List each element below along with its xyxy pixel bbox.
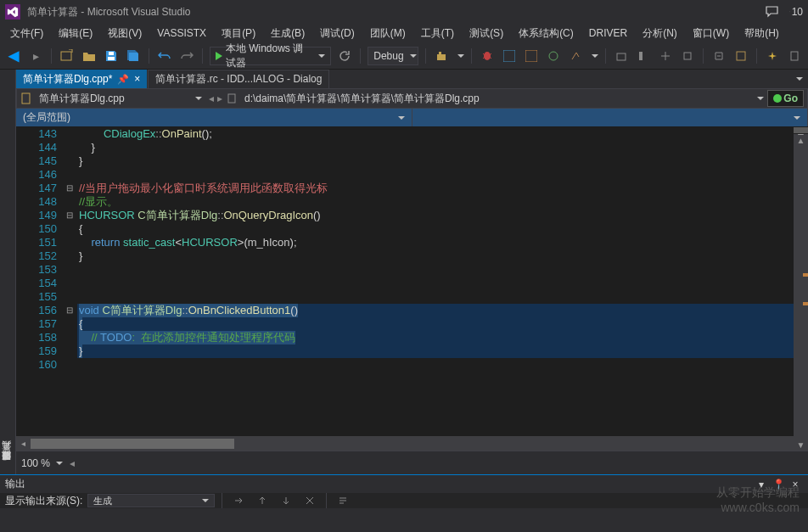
horizontal-scrollbar[interactable]: ◂ ▸	[16, 436, 808, 451]
svg-rect-11	[684, 53, 691, 59]
output-source-select[interactable]: 生成	[87, 494, 215, 507]
menu-test[interactable]: 测试(S)	[463, 25, 510, 42]
tb-icon-11[interactable]	[710, 47, 727, 65]
tb-icon-5[interactable]	[545, 47, 562, 65]
output-pin-icon[interactable]: 📍	[771, 477, 786, 492]
redo-button[interactable]	[178, 47, 195, 65]
nav-doc-icon	[226, 92, 238, 104]
tb-icon-12[interactable]	[732, 47, 749, 65]
output-clear-icon[interactable]	[300, 491, 319, 510]
svg-rect-13	[791, 52, 798, 60]
menu-arch[interactable]: 体系结构(C)	[512, 25, 581, 42]
config-select[interactable]: Debug	[368, 47, 418, 65]
go-circle-icon	[773, 94, 782, 103]
output-prev-icon[interactable]	[253, 491, 272, 510]
document-tab-strip: 简单计算器Dlg.cpp* 📌 × 简单计算器.rc - IDD...IALOG…	[16, 70, 808, 88]
output-close-icon[interactable]: ×	[788, 477, 803, 492]
menu-debug[interactable]: 调试(D)	[313, 25, 362, 42]
go-button[interactable]: Go	[767, 90, 804, 107]
output-next-icon[interactable]	[277, 491, 295, 510]
hscroll-left-icon[interactable]: ◂	[70, 457, 75, 469]
tb-icon-9[interactable]	[657, 47, 674, 65]
menu-window[interactable]: 窗口(W)	[686, 25, 736, 42]
nav-path[interactable]: d:\daima\简单计算器\简单计算器\简单计算器Dlg.cpp	[241, 92, 751, 106]
save-button[interactable]	[103, 47, 120, 65]
svg-rect-1	[108, 57, 115, 60]
scroll-up-icon[interactable]: ▲	[794, 134, 808, 146]
fold-gutter[interactable]: ⊟⊟⊟	[62, 127, 77, 436]
scope-select-left[interactable]: (全局范围)	[16, 109, 412, 126]
zoom-select[interactable]: 100 %	[21, 457, 63, 469]
menu-build[interactable]: 生成(B)	[264, 25, 311, 42]
save-all-button[interactable]	[125, 47, 142, 65]
menu-view[interactable]: 视图(V)	[101, 25, 149, 42]
menu-edit[interactable]: 编辑(E)	[52, 25, 99, 42]
tb-sparkle-icon[interactable]	[764, 47, 781, 65]
close-tab-icon[interactable]: ×	[134, 73, 140, 85]
svg-rect-7	[525, 50, 537, 62]
output-wrap-icon[interactable]	[334, 491, 352, 510]
svg-rect-0	[61, 52, 71, 60]
menu-driver[interactable]: DRIVER	[582, 25, 634, 41]
tb-icon-6[interactable]	[567, 47, 584, 65]
menu-help[interactable]: 帮助(H)	[738, 25, 786, 42]
split-handle-icon[interactable]: ─	[794, 127, 808, 134]
start-debug-button[interactable]: 本地 Windows 调试器	[210, 47, 332, 65]
menu-analyze[interactable]: 分析(N)	[636, 25, 684, 42]
tb-bug-icon[interactable]	[479, 47, 496, 65]
window-title: 简单计算器 - Microsoft Visual Studio	[27, 5, 766, 20]
toolbar: ◀ ▸ 本地 Windows 调试器 Debug	[0, 42, 808, 70]
tb-icon-7[interactable]	[613, 47, 630, 65]
refresh-icon[interactable]	[336, 47, 353, 65]
nav-arrow-left-icon[interactable]: ◂	[209, 92, 214, 104]
scope-select-right[interactable]	[412, 109, 809, 126]
svg-rect-9	[617, 53, 626, 60]
output-menu-icon[interactable]: ▾	[754, 477, 769, 492]
tb-icon-1[interactable]	[433, 47, 450, 65]
menu-bar: 文件(F) 编辑(E) 视图(V) VASSISTX 项目(P) 生成(B) 调…	[0, 24, 808, 42]
svg-rect-3	[437, 54, 446, 60]
undo-button[interactable]	[156, 47, 173, 65]
vertical-scrollbar[interactable]: ─ ▲ ▼	[794, 127, 808, 436]
tb-icon-10[interactable]	[679, 47, 696, 65]
tab-active[interactable]: 简单计算器Dlg.cpp* 📌 ×	[16, 70, 148, 88]
code-editor[interactable]: 1431441451461471481491501511521531541551…	[16, 127, 808, 451]
editor-status-bar: 100 % ◂	[16, 451, 808, 474]
feedback-icon[interactable]	[766, 5, 779, 19]
menu-team[interactable]: 团队(M)	[363, 25, 412, 42]
pin-icon[interactable]: 📌	[117, 74, 129, 85]
tab-overflow-icon[interactable]	[796, 77, 803, 81]
tb-icon-8[interactable]	[635, 47, 652, 65]
nav-forward-button[interactable]: ▸	[27, 47, 44, 65]
tb-clipboard-icon[interactable]	[786, 47, 803, 65]
svg-point-5	[484, 52, 491, 60]
nav-back-button[interactable]: ◀	[5, 47, 22, 65]
line-number-gutter: 1431441451461471481491501511521531541551…	[16, 127, 62, 436]
svg-rect-14	[22, 93, 30, 104]
nav-file-icon	[20, 92, 32, 104]
open-file-button[interactable]	[81, 47, 98, 65]
debugger-label: 本地 Windows 调试器	[226, 42, 313, 70]
output-goto-icon[interactable]	[229, 491, 248, 510]
nav-path-dropdown-icon[interactable]	[757, 97, 764, 100]
output-source-label: 显示输出来源(S):	[5, 494, 82, 508]
tb-icon-4[interactable]	[523, 47, 540, 65]
new-project-button[interactable]	[59, 47, 76, 65]
menu-tools[interactable]: 工具(T)	[414, 25, 461, 42]
left-tool-well: 服务器资源管理器 工具箱	[0, 70, 16, 474]
vs-logo-icon	[5, 4, 20, 20]
tb-icon-3[interactable]	[501, 47, 518, 65]
code-content[interactable]: CDialogEx::OnPaint(); }}//当用户拖动最小化窗口时系统调…	[77, 127, 808, 436]
output-panel-toolbar: 显示输出来源(S): 生成	[0, 493, 808, 508]
nav-scope-file[interactable]: 简单计算器Dlg.cpp	[36, 92, 205, 106]
menu-vassistx[interactable]: VASSISTX	[150, 25, 213, 41]
notifications-flag-icon[interactable]: 10	[789, 5, 803, 19]
svg-rect-10	[639, 52, 642, 60]
tab-inactive[interactable]: 简单计算器.rc - IDD...IALOG - Dialog	[148, 70, 329, 88]
menu-project[interactable]: 项目(P)	[215, 25, 262, 42]
svg-rect-6	[503, 50, 515, 62]
menu-file[interactable]: 文件(F)	[3, 25, 50, 42]
svg-point-8	[549, 52, 558, 60]
nav-arrow-right-icon[interactable]: ▸	[217, 92, 222, 104]
svg-rect-15	[228, 94, 235, 103]
